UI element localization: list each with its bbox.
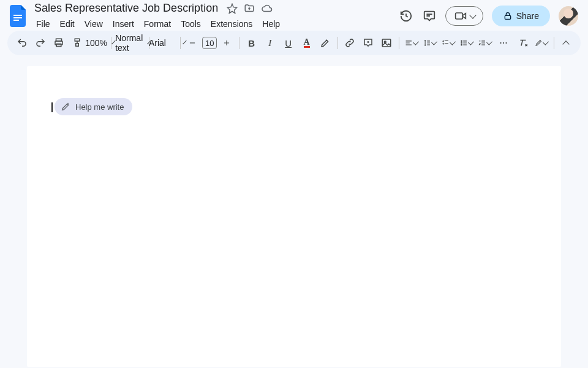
chevron-up-icon <box>562 40 569 47</box>
svg-rect-1 <box>13 17 22 18</box>
zoom-value: 100% <box>80 38 110 48</box>
text-color-button[interactable]: A <box>298 34 315 52</box>
docs-icon <box>10 5 27 27</box>
increase-font-button[interactable] <box>218 34 235 52</box>
header-bar: Sales Representative Job Description Fil… <box>0 0 588 27</box>
svg-rect-3 <box>455 13 462 19</box>
add-comment-button[interactable] <box>360 34 377 52</box>
print-button[interactable] <box>50 34 67 52</box>
undo-button[interactable] <box>13 34 31 52</box>
svg-point-11 <box>461 42 462 44</box>
svg-point-14 <box>502 42 503 44</box>
chevron-down-icon <box>468 39 474 45</box>
checklist-button[interactable] <box>440 34 457 52</box>
comments-icon[interactable] <box>422 9 437 23</box>
user-avatar[interactable] <box>559 6 578 26</box>
collapse-toolbar-button[interactable] <box>557 34 575 52</box>
video-icon <box>454 11 467 21</box>
menu-bar: File Edit View Insert Format Tools Exten… <box>32 17 399 31</box>
font-select[interactable]: Arial <box>153 34 176 52</box>
svg-point-10 <box>461 40 462 42</box>
italic-button[interactable]: I <box>262 34 279 52</box>
menu-file[interactable]: File <box>32 17 55 31</box>
help-write-label: Help me write <box>75 102 124 112</box>
link-button[interactable] <box>341 34 358 52</box>
clear-formatting-button[interactable] <box>514 34 532 52</box>
chevron-down-icon <box>450 39 456 45</box>
share-label: Share <box>516 11 539 21</box>
svg-point-12 <box>461 44 462 45</box>
menu-format[interactable]: Format <box>140 17 175 31</box>
lock-icon <box>503 11 513 21</box>
bold-button[interactable]: B <box>243 34 260 52</box>
zoom-select[interactable]: 100% <box>87 34 107 52</box>
menu-view[interactable]: View <box>80 17 107 31</box>
document-canvas: Help me write <box>0 55 588 367</box>
decrease-font-button[interactable] <box>184 34 201 52</box>
star-icon[interactable] <box>227 3 238 14</box>
page[interactable]: Help me write <box>27 66 561 367</box>
svg-rect-4 <box>505 15 510 19</box>
highlight-button[interactable] <box>317 34 334 52</box>
pencil-sparkle-icon <box>61 102 70 112</box>
document-title[interactable]: Sales Representative Job Description <box>32 1 221 16</box>
chevron-down-icon <box>469 12 476 18</box>
font-value: Arial <box>144 38 181 48</box>
text-cursor <box>51 102 53 112</box>
svg-point-15 <box>505 42 507 44</box>
line-spacing-button[interactable] <box>421 34 439 52</box>
style-select[interactable]: Normal text <box>115 34 145 52</box>
help-me-write-chip[interactable]: Help me write <box>55 98 132 115</box>
history-icon[interactable] <box>399 9 413 23</box>
menu-tools[interactable]: Tools <box>176 17 205 31</box>
style-value: Normal text <box>110 33 145 53</box>
svg-rect-8 <box>382 39 391 47</box>
font-size-input[interactable] <box>202 37 217 49</box>
insert-image-button[interactable] <box>378 34 395 52</box>
numbered-list-button[interactable] <box>477 34 494 52</box>
more-button[interactable] <box>495 34 512 52</box>
svg-point-13 <box>500 42 501 44</box>
menu-insert[interactable]: Insert <box>108 17 138 31</box>
svg-rect-2 <box>13 20 19 21</box>
menu-help[interactable]: Help <box>258 17 284 31</box>
cloud-status-icon[interactable] <box>261 3 273 14</box>
toolbar: 100% Normal text Arial B I U A <box>7 31 581 55</box>
bulleted-list-button[interactable] <box>458 34 475 52</box>
underline-button[interactable]: U <box>280 34 297 52</box>
menu-extensions[interactable]: Extensions <box>206 17 257 31</box>
chevron-down-icon <box>431 39 437 45</box>
chevron-down-icon <box>413 39 419 45</box>
chevron-down-icon <box>543 39 549 45</box>
svg-rect-0 <box>13 15 22 16</box>
share-button[interactable]: Share <box>492 6 550 26</box>
menu-edit[interactable]: Edit <box>56 17 79 31</box>
meet-button[interactable] <box>445 6 483 26</box>
editing-mode-button[interactable] <box>533 34 550 52</box>
redo-button[interactable] <box>32 34 49 52</box>
docs-logo[interactable] <box>7 5 29 27</box>
align-button[interactable] <box>403 34 420 52</box>
chevron-down-icon <box>486 39 492 45</box>
move-icon[interactable] <box>244 3 255 14</box>
